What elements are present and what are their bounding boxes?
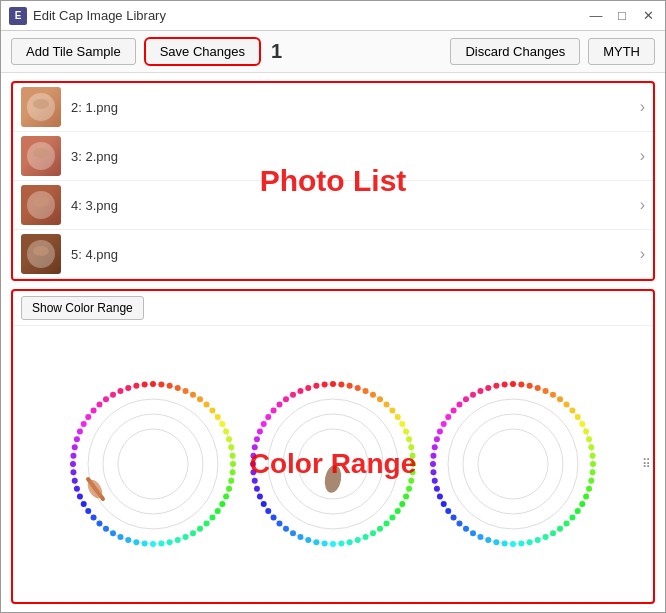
svg-point-9 (190, 392, 196, 398)
svg-point-76 (377, 396, 383, 402)
svg-point-186 (445, 414, 451, 420)
svg-point-62 (133, 383, 139, 389)
svg-point-5 (158, 381, 164, 387)
svg-point-187 (451, 407, 457, 413)
svg-point-112 (254, 486, 260, 492)
svg-point-7 (175, 385, 181, 391)
svg-point-56 (91, 407, 97, 413)
svg-point-73 (355, 385, 361, 391)
svg-point-50 (70, 453, 76, 459)
svg-point-130 (323, 464, 344, 494)
svg-point-147 (586, 436, 592, 442)
avatar (21, 136, 61, 176)
svg-point-101 (322, 541, 328, 547)
svg-point-6 (167, 383, 173, 389)
svg-point-169 (477, 534, 483, 540)
discard-changes-button[interactable]: Discard Changes (450, 38, 580, 65)
window-title: Edit Cap Image Library (33, 8, 166, 23)
svg-point-27 (204, 520, 210, 526)
save-changes-button[interactable]: Save Changes (144, 37, 261, 66)
svg-point-29 (190, 530, 196, 536)
svg-point-61 (125, 385, 131, 391)
svg-point-110 (261, 501, 267, 507)
svg-point-66 (253, 384, 413, 544)
svg-point-10 (197, 396, 203, 402)
svg-point-89 (403, 494, 409, 500)
svg-point-143 (569, 407, 575, 413)
svg-point-117 (252, 444, 258, 450)
svg-point-41 (96, 520, 102, 526)
svg-point-135 (510, 381, 516, 387)
title-bar: E Edit Cap Image Library — □ ✕ (1, 1, 665, 31)
svg-point-172 (456, 520, 462, 526)
svg-point-119 (257, 428, 263, 434)
svg-point-32 (167, 539, 173, 545)
photo-list-scroll[interactable]: 2: 1.png›3: 2.png›4: 3.png›5: 4.png› (13, 83, 653, 279)
svg-point-193 (493, 383, 499, 389)
photo-name: 4: 3.png (71, 198, 640, 213)
svg-point-77 (384, 402, 390, 408)
svg-point-98 (347, 539, 353, 545)
svg-point-51 (72, 444, 78, 450)
svg-point-80 (399, 421, 405, 427)
chevron-right-icon: › (640, 245, 645, 263)
svg-point-20 (230, 469, 236, 475)
svg-point-106 (283, 526, 289, 532)
svg-point-3 (118, 429, 188, 499)
maximize-button[interactable]: □ (613, 7, 631, 25)
svg-point-47 (72, 478, 78, 484)
svg-point-74 (363, 388, 369, 394)
svg-point-131 (433, 384, 593, 544)
svg-point-181 (430, 453, 436, 459)
svg-point-153 (586, 486, 592, 492)
myth-button[interactable]: MYTH (588, 38, 655, 65)
svg-point-102 (313, 539, 319, 545)
svg-point-163 (527, 539, 533, 545)
svg-point-21 (228, 478, 234, 484)
svg-point-190 (470, 392, 476, 398)
svg-point-67 (268, 399, 398, 529)
svg-point-145 (579, 421, 585, 427)
svg-point-184 (437, 428, 443, 434)
svg-point-52 (74, 436, 80, 442)
show-color-range-button[interactable]: Show Color Range (21, 296, 144, 320)
svg-point-24 (219, 501, 225, 507)
svg-point-87 (408, 478, 414, 484)
svg-point-148 (588, 444, 594, 450)
svg-point-151 (590, 469, 596, 475)
list-item[interactable]: 4: 3.png› (13, 181, 653, 230)
photo-name: 5: 4.png (71, 247, 640, 262)
svg-point-152 (588, 478, 594, 484)
svg-point-183 (434, 436, 440, 442)
svg-point-158 (564, 520, 570, 526)
svg-point-159 (557, 526, 563, 532)
add-tile-sample-button[interactable]: Add Tile Sample (11, 38, 136, 65)
list-item[interactable]: 5: 4.png› (13, 230, 653, 279)
svg-point-128 (313, 383, 319, 389)
list-item[interactable]: 3: 2.png› (13, 132, 653, 181)
svg-point-33 (158, 541, 164, 547)
svg-point-92 (389, 515, 395, 521)
list-item[interactable]: 2: 1.png› (13, 83, 653, 132)
svg-point-34 (150, 541, 156, 547)
minimize-button[interactable]: — (587, 7, 605, 25)
svg-point-141 (557, 396, 563, 402)
drag-handle[interactable]: ⠿ (642, 457, 651, 471)
ring-svg-2 (248, 379, 418, 549)
svg-point-140 (550, 392, 556, 398)
svg-point-48 (70, 469, 76, 475)
svg-point-132 (448, 399, 578, 529)
svg-point-154 (583, 494, 589, 500)
svg-point-166 (502, 541, 508, 547)
svg-point-165 (510, 541, 516, 547)
svg-point-91 (395, 508, 401, 514)
svg-point-182 (432, 444, 438, 450)
svg-point-70 (330, 381, 336, 387)
svg-point-121 (265, 414, 271, 420)
close-button[interactable]: ✕ (639, 7, 657, 25)
svg-point-180 (430, 461, 436, 467)
svg-point-104 (297, 534, 303, 540)
svg-point-35 (142, 541, 148, 547)
svg-point-116 (250, 453, 256, 459)
svg-point-100 (330, 541, 336, 547)
